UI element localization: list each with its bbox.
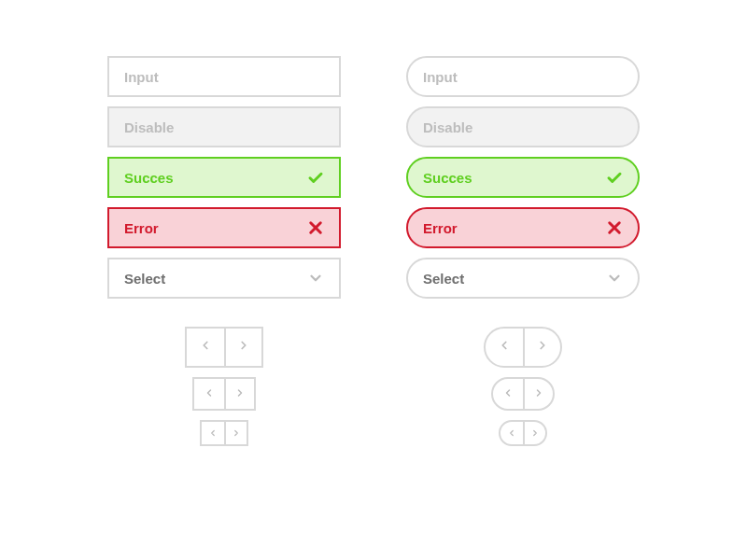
stepper-group-rounded bbox=[484, 327, 562, 446]
form-column-sharp: Input Disable Succes Error Select bbox=[107, 56, 341, 560]
chevron-left-icon bbox=[208, 425, 218, 441]
stepper-group-sharp bbox=[185, 327, 263, 446]
error-placeholder: Error bbox=[124, 220, 159, 236]
chevron-left-icon bbox=[199, 339, 212, 356]
error-placeholder: Error bbox=[423, 220, 458, 236]
chevron-right-icon bbox=[536, 339, 549, 356]
stepper-lg bbox=[484, 327, 562, 368]
select-placeholder: Select bbox=[423, 271, 464, 287]
stepper-prev-button[interactable] bbox=[486, 329, 523, 366]
error-field[interactable]: Error bbox=[406, 207, 640, 248]
disabled-placeholder: Disable bbox=[124, 119, 174, 135]
chevron-right-icon bbox=[533, 385, 544, 402]
stepper-next-button[interactable] bbox=[523, 379, 553, 409]
check-icon bbox=[606, 169, 623, 186]
chevron-left-icon bbox=[204, 385, 215, 402]
success-field[interactable]: Succes bbox=[107, 157, 341, 198]
success-placeholder: Succes bbox=[124, 170, 174, 186]
select-field[interactable]: Select bbox=[406, 258, 640, 299]
chevron-down-icon bbox=[307, 270, 324, 287]
check-icon bbox=[307, 169, 324, 186]
disabled-placeholder: Disable bbox=[423, 119, 472, 135]
close-icon bbox=[307, 219, 324, 236]
form-column-rounded: Input Disable Succes Error Select bbox=[406, 56, 640, 560]
stepper-prev-button[interactable] bbox=[187, 329, 224, 366]
stepper-sm bbox=[499, 420, 547, 446]
stepper-next-button[interactable] bbox=[224, 379, 254, 409]
select-field[interactable]: Select bbox=[107, 258, 341, 299]
input-field[interactable]: Input bbox=[107, 56, 341, 97]
disabled-field: Disable bbox=[107, 106, 341, 147]
stepper-next-button[interactable] bbox=[224, 422, 247, 444]
chevron-left-icon bbox=[502, 385, 514, 402]
stepper-md bbox=[491, 377, 555, 411]
chevron-right-icon bbox=[237, 339, 250, 356]
chevron-right-icon bbox=[232, 425, 241, 441]
chevron-right-icon bbox=[530, 425, 540, 441]
stepper-sm bbox=[200, 420, 248, 446]
chevron-left-icon bbox=[507, 425, 516, 441]
stepper-lg bbox=[185, 327, 263, 368]
select-placeholder: Select bbox=[124, 271, 165, 287]
success-field[interactable]: Succes bbox=[406, 157, 640, 198]
input-field[interactable]: Input bbox=[406, 56, 640, 97]
disabled-field: Disable bbox=[406, 106, 640, 147]
stepper-prev-button[interactable] bbox=[500, 422, 523, 444]
success-placeholder: Succes bbox=[423, 170, 472, 186]
stepper-next-button[interactable] bbox=[523, 422, 545, 444]
stepper-prev-button[interactable] bbox=[194, 379, 224, 409]
input-placeholder: Input bbox=[423, 69, 458, 85]
chevron-right-icon bbox=[234, 385, 246, 402]
stepper-md bbox=[192, 377, 256, 411]
stepper-prev-button[interactable] bbox=[493, 379, 523, 409]
close-icon bbox=[606, 219, 623, 236]
input-placeholder: Input bbox=[124, 69, 159, 85]
chevron-down-icon bbox=[606, 270, 623, 287]
stepper-next-button[interactable] bbox=[224, 329, 261, 366]
stepper-prev-button[interactable] bbox=[202, 422, 224, 444]
error-field[interactable]: Error bbox=[107, 207, 341, 248]
stepper-next-button[interactable] bbox=[523, 329, 560, 366]
chevron-left-icon bbox=[498, 339, 511, 356]
